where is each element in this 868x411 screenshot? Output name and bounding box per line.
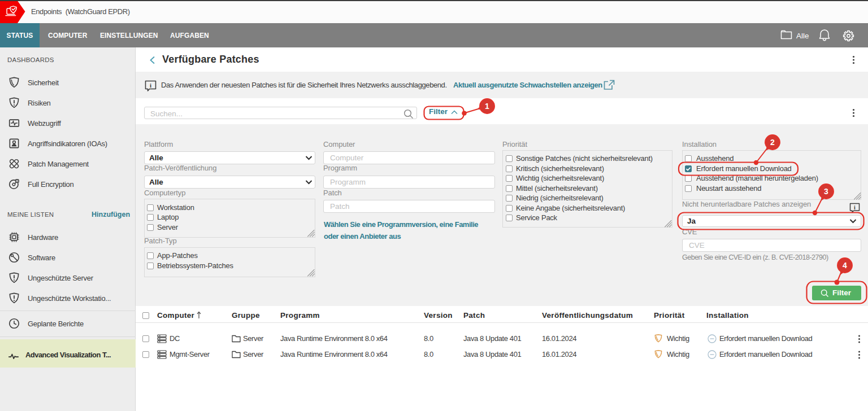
svg-text:i: i xyxy=(854,204,856,211)
svg-text:i: i xyxy=(150,81,151,88)
